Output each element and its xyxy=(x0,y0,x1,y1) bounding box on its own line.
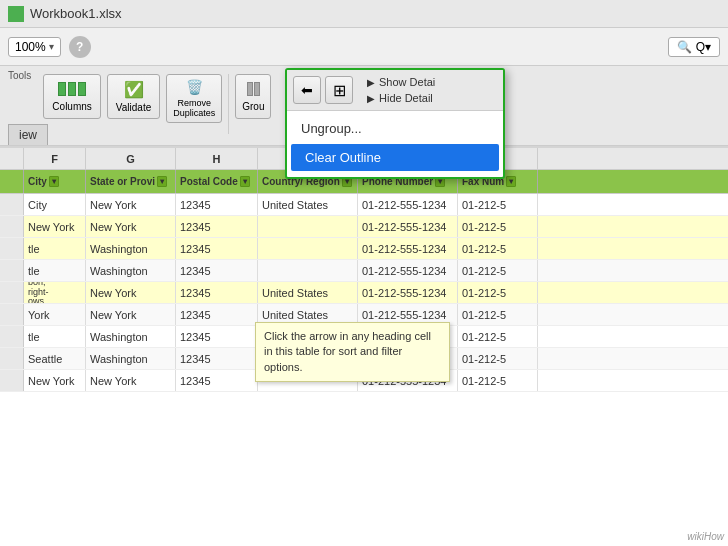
cell-city-5[interactable]: bon,right-ows. xyxy=(24,282,86,303)
ungroup-label: Ungroup... xyxy=(301,121,362,136)
hide-detail-item[interactable]: ▶ Hide Detail xyxy=(361,90,497,106)
cell-state-2[interactable]: New York xyxy=(86,216,176,237)
header-city-label: City xyxy=(28,176,47,187)
group-button[interactable]: Grou xyxy=(235,74,271,119)
cell-state-5[interactable]: New York xyxy=(86,282,176,303)
cell-country-1[interactable]: United States xyxy=(258,194,358,215)
cell-fax-2[interactable]: 01-212-5 xyxy=(458,216,538,237)
cell-city-1[interactable]: City xyxy=(24,194,86,215)
title-bar: Workbook1.xlsx xyxy=(0,0,728,28)
cell-city-8[interactable]: Seattle xyxy=(24,348,86,369)
remove-duplicates-button[interactable]: 🗑️ Remove Duplicates xyxy=(166,74,222,123)
popup-menu: Ungroup... Clear Outline xyxy=(287,111,503,177)
filter-icon-fax[interactable]: ▾ xyxy=(506,176,516,187)
cell-state-4[interactable]: Washington xyxy=(86,260,176,281)
cell-city-6[interactable]: York xyxy=(24,304,86,325)
row-num-2 xyxy=(0,216,24,237)
cell-country-3[interactable] xyxy=(258,238,358,259)
row-num-8 xyxy=(0,348,24,369)
cell-fax-4[interactable]: 01-212-5 xyxy=(458,260,538,281)
cell-postal-1[interactable]: 12345 xyxy=(176,194,258,215)
cell-country-5[interactable]: United States xyxy=(258,282,358,303)
columns-label: Columns xyxy=(52,101,91,112)
cell-city-4[interactable]: tle xyxy=(24,260,86,281)
validate-label: Validate xyxy=(116,102,151,113)
cell-postal-4[interactable]: 12345 xyxy=(176,260,258,281)
header-state[interactable]: State or Provi ▾ xyxy=(86,170,176,193)
help-label: ? xyxy=(76,40,83,54)
cell-postal-8[interactable]: 12345 xyxy=(176,348,258,369)
cell-fax-1[interactable]: 01-212-5 xyxy=(458,194,538,215)
popup-icon-left[interactable]: ⬅ xyxy=(293,76,321,104)
cell-fax-3[interactable]: 01-212-5 xyxy=(458,238,538,259)
filter-icon-city[interactable]: ▾ xyxy=(49,176,59,187)
clear-outline-label: Clear Outline xyxy=(305,150,381,165)
cell-postal-3[interactable]: 12345 xyxy=(176,238,258,259)
popup-grid-icon: ⊞ xyxy=(333,81,346,100)
header-state-label: State or Provi xyxy=(90,176,155,187)
cell-fax-9[interactable]: 01-212-5 xyxy=(458,370,538,391)
cell-fax-8[interactable]: 01-212-5 xyxy=(458,348,538,369)
table-row: tle Washington 12345 01-212-555-1234 01-… xyxy=(0,260,728,282)
table-row: City New York 12345 United States 01-212… xyxy=(0,194,728,216)
cell-phone-1[interactable]: 01-212-555-1234 xyxy=(358,194,458,215)
cell-phone-4[interactable]: 01-212-555-1234 xyxy=(358,260,458,281)
ungroup-menu-item[interactable]: Ungroup... xyxy=(287,115,503,142)
search-dropdown: Q▾ xyxy=(696,40,711,54)
header-city[interactable]: City ▾ xyxy=(24,170,86,193)
popup-icon-grid[interactable]: ⊞ xyxy=(325,76,353,104)
context-menu-popup: ⬅ ⊞ ▶ Show Detai ▶ Hide Detail Ungroup..… xyxy=(285,68,505,179)
col-header-g: G xyxy=(86,148,176,169)
cell-city-2[interactable]: New York xyxy=(24,216,86,237)
row-num-1 xyxy=(0,194,24,215)
show-detail-item[interactable]: ▶ Show Detai xyxy=(361,74,497,90)
cell-fax-5[interactable]: 01-212-5 xyxy=(458,282,538,303)
col-header-f: F xyxy=(24,148,86,169)
cell-city-3[interactable]: tle xyxy=(24,238,86,259)
hide-detail-label: Hide Detail xyxy=(379,92,433,104)
row-num-5 xyxy=(0,282,24,303)
remove-dup-label: Remove Duplicates xyxy=(173,98,215,118)
cell-city-9[interactable]: New York xyxy=(24,370,86,391)
cell-state-9[interactable]: New York xyxy=(86,370,176,391)
cell-postal-5[interactable]: 12345 xyxy=(176,282,258,303)
table-row: tle Washington 12345 01-212-555-1234 01-… xyxy=(0,238,728,260)
filter-icon-state[interactable]: ▾ xyxy=(157,176,167,187)
cell-country-2[interactable] xyxy=(258,216,358,237)
table-row: bon,right-ows. New York 12345 United Sta… xyxy=(0,282,728,304)
cell-phone-3[interactable]: 01-212-555-1234 xyxy=(358,238,458,259)
cell-postal-7[interactable]: 12345 xyxy=(176,326,258,347)
zoom-control[interactable]: 100% ▾ xyxy=(8,37,61,57)
data-row-num xyxy=(0,170,24,193)
excel-icon xyxy=(8,6,24,22)
tools-label: Tools xyxy=(8,70,31,81)
row-num-header xyxy=(0,148,24,169)
columns-button[interactable]: Columns xyxy=(43,74,100,119)
cell-phone-5[interactable]: 01-212-555-1234 xyxy=(358,282,458,303)
zoom-dropdown-icon[interactable]: ▾ xyxy=(49,41,54,52)
cell-state-3[interactable]: Washington xyxy=(86,238,176,259)
cell-country-4[interactable] xyxy=(258,260,358,281)
cell-postal-6[interactable]: 12345 xyxy=(176,304,258,325)
cell-city-7[interactable]: tle xyxy=(24,326,86,347)
cell-postal-2[interactable]: 12345 xyxy=(176,216,258,237)
zoom-value: 100% xyxy=(15,40,46,54)
cell-postal-9[interactable]: 12345 xyxy=(176,370,258,391)
row-num-4 xyxy=(0,260,24,281)
cell-fax-7[interactable]: 01-212-5 xyxy=(458,326,538,347)
help-button[interactable]: ? xyxy=(69,36,91,58)
cell-phone-2[interactable]: 01-212-555-1234 xyxy=(358,216,458,237)
header-postal[interactable]: Postal Code ▾ xyxy=(176,170,258,193)
header-postal-label: Postal Code xyxy=(180,176,238,187)
clear-outline-menu-item[interactable]: Clear Outline xyxy=(291,144,499,171)
validate-button[interactable]: ✅ Validate xyxy=(107,74,160,119)
cell-fax-6[interactable]: 01-212-5 xyxy=(458,304,538,325)
cell-state-7[interactable]: Washington xyxy=(86,326,176,347)
filter-icon-postal[interactable]: ▾ xyxy=(240,176,250,187)
cell-state-6[interactable]: New York xyxy=(86,304,176,325)
search-button[interactable]: 🔍 Q▾ xyxy=(668,37,720,57)
cell-state-1[interactable]: New York xyxy=(86,194,176,215)
separator-1 xyxy=(228,74,229,134)
cell-state-8[interactable]: Washington xyxy=(86,348,176,369)
toolbar: 100% ▾ ? 🔍 Q▾ xyxy=(0,28,728,66)
